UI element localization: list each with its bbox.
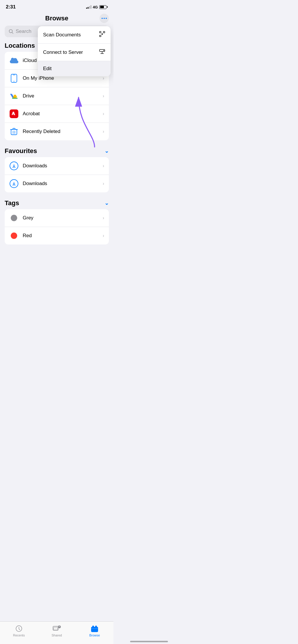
- svg-rect-13: [102, 33, 103, 35]
- downloads-2-label: Downloads: [23, 181, 99, 187]
- google-drive-icon: [9, 91, 19, 101]
- favourites-section-header: Favourites ⌄: [0, 147, 113, 157]
- iphone-label: On My iPhone: [23, 75, 99, 81]
- downloads-2-icon: [9, 179, 19, 188]
- ellipsis-icon: [102, 18, 107, 19]
- locations-title: Locations: [5, 42, 35, 49]
- dropdown-scan-documents[interactable]: Scan Documents: [38, 26, 111, 43]
- app-container: 2:31 4G Browse: [0, 0, 113, 278]
- downloads-1-icon: [9, 161, 19, 171]
- list-item-drive[interactable]: Drive ›: [5, 87, 109, 105]
- tags-collapse-icon[interactable]: ⌄: [104, 200, 109, 206]
- iphone-chevron: ›: [103, 76, 104, 81]
- network-type: 4G: [93, 5, 98, 9]
- red-tag-icon: [9, 231, 19, 240]
- recently-deleted-label: Recently Deleted: [23, 129, 99, 134]
- trash-icon: [9, 127, 19, 136]
- scan-icon: [99, 31, 105, 39]
- favourites-collapse-icon[interactable]: ⌄: [104, 148, 109, 154]
- favourites-title: Favourites: [5, 147, 37, 155]
- list-item-grey[interactable]: Grey ›: [5, 209, 109, 227]
- dropdown-edit[interactable]: Edit: [38, 61, 111, 76]
- icloud-icon: [9, 56, 19, 65]
- dropdown-menu: Scan Documents Connect to Server: [38, 26, 111, 76]
- downloads-1-chevron: ›: [103, 163, 104, 168]
- svg-rect-11: [103, 31, 105, 33]
- tags-section-header: Tags ⌄: [0, 199, 113, 209]
- svg-point-17: [103, 50, 104, 51]
- tags-title: Tags: [5, 199, 19, 207]
- list-item-recently-deleted[interactable]: Recently Deleted ›: [5, 123, 109, 140]
- acrobat-chevron: ›: [103, 111, 104, 116]
- tags-card: Grey › Red ›: [5, 209, 109, 244]
- status-time: 2:31: [6, 4, 16, 10]
- list-item-downloads-2[interactable]: Downloads ›: [5, 175, 109, 192]
- server-icon: [99, 48, 105, 56]
- scan-documents-label: Scan Documents: [43, 32, 81, 38]
- grey-tag-icon: [9, 213, 19, 223]
- svg-rect-12: [100, 35, 101, 37]
- svg-line-1: [12, 32, 13, 33]
- svg-rect-5: [11, 129, 17, 135]
- list-item-downloads-1[interactable]: Downloads ›: [5, 157, 109, 175]
- downloads-1-label: Downloads: [23, 163, 99, 169]
- acrobat-label: Acrobat: [23, 111, 99, 117]
- signal-icon: [86, 5, 91, 9]
- search-placeholder: Search: [16, 29, 31, 34]
- more-options-button[interactable]: [100, 14, 109, 23]
- acrobat-icon: [9, 109, 19, 118]
- status-bar: 2:31 4G: [0, 0, 113, 12]
- search-icon: [9, 29, 13, 34]
- grey-tag-chevron: ›: [103, 215, 104, 221]
- drive-label: Drive: [23, 93, 99, 99]
- list-item-red[interactable]: Red ›: [5, 227, 109, 244]
- iphone-icon: [9, 74, 19, 83]
- connect-server-label: Connect to Server: [43, 49, 83, 55]
- drive-chevron: ›: [103, 93, 104, 99]
- battery-icon: [99, 5, 108, 9]
- svg-rect-4: [13, 75, 15, 75]
- svg-point-3: [14, 81, 14, 81]
- edit-label: Edit: [43, 66, 52, 72]
- grey-tag-label: Grey: [23, 215, 99, 221]
- dropdown-connect-server[interactable]: Connect to Server: [38, 43, 111, 61]
- downloads-2-chevron: ›: [103, 181, 104, 186]
- svg-rect-10: [100, 31, 101, 33]
- favourites-card: Downloads › Downloads ›: [5, 157, 109, 192]
- page-header: Browse: [0, 12, 113, 26]
- recently-deleted-chevron: ›: [103, 129, 104, 134]
- status-icons: 4G: [86, 5, 108, 9]
- list-item-acrobat[interactable]: Acrobat ›: [5, 105, 109, 123]
- page-title: Browse: [45, 15, 68, 22]
- red-tag-chevron: ›: [103, 233, 104, 238]
- red-tag-label: Red: [23, 233, 99, 239]
